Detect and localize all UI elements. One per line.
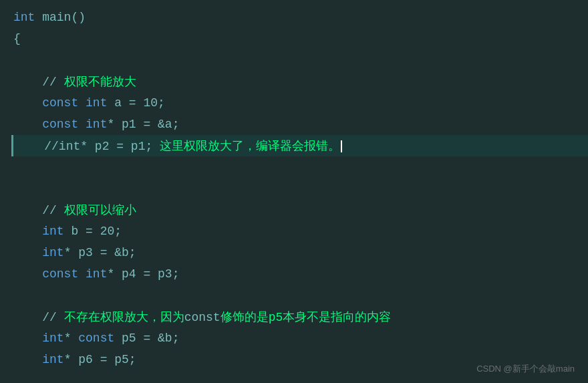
code-token-plain <box>13 225 42 238</box>
code-token-plain <box>15 140 44 153</box>
code-token-plain <box>13 204 42 217</box>
code-line-12: int* p3 = &b; <box>13 242 588 263</box>
code-token-kw: int <box>42 246 63 259</box>
code-line-11: int b = 20; <box>13 221 588 242</box>
code-token-kw: const <box>78 332 114 345</box>
code-token-comment-text: 不存在权限放大，因为 <box>64 311 184 324</box>
line-content-1: int main() <box>13 11 86 24</box>
line-content-5: const int a = 10; <box>13 96 165 110</box>
code-token-kw: int <box>42 332 63 345</box>
code-token-plain: * p4 = p3; <box>107 267 179 281</box>
line-content-4: // 权限不能放大 <box>13 74 136 90</box>
line-content-6: const int* p1 = &a; <box>13 118 179 131</box>
code-token-plain <box>13 246 42 259</box>
line-content-16: int* const p5 = &b; <box>13 332 179 345</box>
code-token-kw: const <box>42 267 78 281</box>
watermark: CSDN @新手个会敲main <box>476 363 575 375</box>
code-token-plain <box>13 332 42 345</box>
code-token-plain: main() <box>35 11 86 24</box>
code-token-kw: int <box>13 11 35 24</box>
code-editor: int main(){ // 权限不能放大 const int a = 10; … <box>0 0 588 383</box>
code-token-comment-sym: // <box>44 140 59 153</box>
code-token-plain <box>13 96 42 110</box>
code-token-plain <box>13 76 42 89</box>
code-token-kw: int <box>86 267 107 281</box>
code-line-6: const int* p1 = &a; <box>13 114 588 135</box>
code-line-10: // 权限可以缩小 <box>13 199 588 221</box>
code-token-plain: int* p2 = p1; <box>59 140 160 153</box>
code-token-kw: int <box>42 225 63 238</box>
code-lines: int main(){ // 权限不能放大 const int a = 10; … <box>13 7 588 383</box>
code-line-5: const int a = 10; <box>13 92 588 114</box>
code-token-plain <box>13 118 42 131</box>
line-content-7: //int* p2 = p1; 这里权限放大了，编译器会报错。 <box>15 138 342 154</box>
code-token-plain <box>13 267 42 281</box>
line-content-12: int* p3 = &b; <box>13 246 136 259</box>
line-content-10: // 权限可以缩小 <box>13 202 136 218</box>
line-content-13: const int* p4 = p3; <box>13 267 179 281</box>
code-token-plain: b = 20; <box>64 225 122 238</box>
code-token-comment-sym: // <box>42 76 63 89</box>
code-token-kw: int <box>42 353 63 366</box>
code-token-kw: const <box>42 118 78 131</box>
code-line-15: // 不存在权限放大，因为const修饰的是p5本身不是指向的内容 <box>13 306 588 328</box>
code-token-plain: a = 10; <box>107 96 164 110</box>
code-line-16: int* const p5 = &b; <box>13 328 588 349</box>
code-token-plain <box>78 267 86 281</box>
code-token-kw: int <box>86 96 107 110</box>
code-line-14 <box>13 285 588 306</box>
code-token-comment-sym: // <box>42 311 63 324</box>
text-cursor <box>341 140 342 152</box>
line-content-11: int b = 20; <box>13 225 122 238</box>
code-line-8 <box>13 156 588 178</box>
code-token-plain: * p3 = &b; <box>64 246 136 259</box>
code-line-9 <box>13 178 588 199</box>
code-token-plain: { <box>13 32 21 45</box>
code-token-plain: const <box>184 311 220 324</box>
code-token-plain <box>13 311 42 324</box>
line-content-15: // 不存在权限放大，因为const修饰的是p5本身不是指向的内容 <box>13 309 391 325</box>
code-line-3 <box>13 49 588 71</box>
code-line-13: const int* p4 = p3; <box>13 263 588 285</box>
code-line-4: // 权限不能放大 <box>13 71 588 92</box>
code-token-plain <box>78 118 86 131</box>
code-token-kw: const <box>42 96 78 110</box>
code-line-7: //int* p2 = p1; 这里权限放大了，编译器会报错。 <box>11 135 588 156</box>
code-token-plain: * p6 = p5; <box>64 353 136 366</box>
code-token-plain: * p1 = &a; <box>107 118 179 131</box>
line-content-2: { <box>13 32 21 45</box>
code-token-comment-text: 权限可以缩小 <box>64 204 136 217</box>
code-line-2: { <box>13 28 588 49</box>
code-token-comment-sym: // <box>42 204 63 217</box>
code-line-1: int main() <box>13 7 588 28</box>
code-token-plain <box>78 96 86 110</box>
code-token-plain: p5 = &b; <box>114 332 179 345</box>
code-token-comment-text: 修饰的是p5本身不是指向的内容 <box>220 311 392 324</box>
code-token-comment-text: 这里权限放大了，编译器会报错。 <box>160 140 340 153</box>
code-token-plain: * <box>64 332 79 345</box>
line-content-17: int* p6 = p5; <box>13 353 136 366</box>
code-token-comment-text: 权限不能放大 <box>64 76 136 89</box>
code-token-plain <box>13 353 42 366</box>
code-token-kw: int <box>86 118 107 131</box>
